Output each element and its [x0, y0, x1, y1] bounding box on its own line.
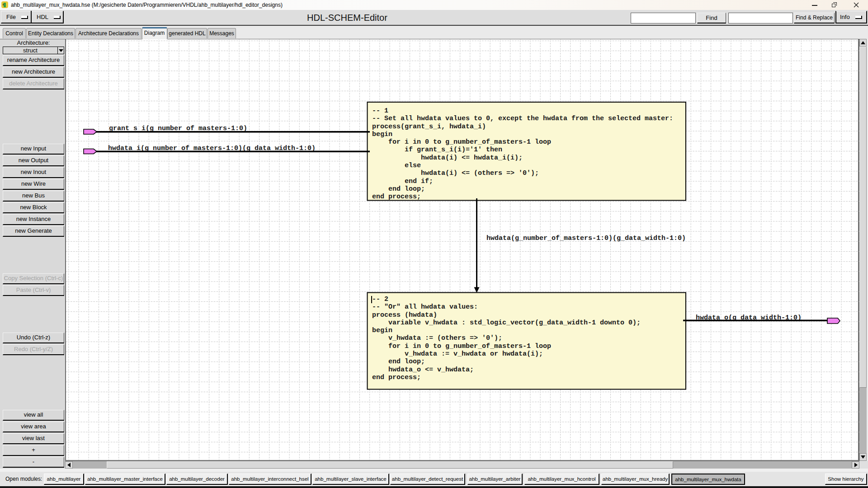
svg-text:hwdata(g_number_of_masters-1:0: hwdata(g_number_of_masters-1:0)(g_data_w…	[486, 235, 686, 242]
